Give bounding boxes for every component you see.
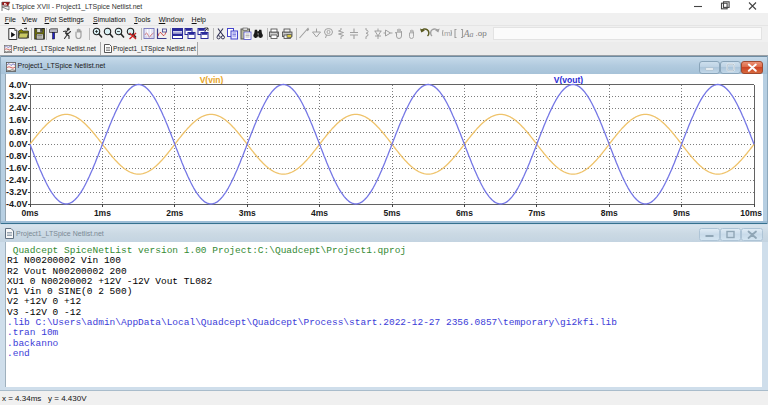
svg-text:1ms: 1ms <box>94 208 111 218</box>
svg-text:V(vin): V(vin) <box>200 75 224 85</box>
svg-text:.op: .op <box>476 29 488 38</box>
svg-text:4ms: 4ms <box>311 208 328 218</box>
svg-text:5ms: 5ms <box>383 208 400 218</box>
svg-text:a: a <box>470 30 474 39</box>
svg-text:8ms: 8ms <box>601 208 618 218</box>
svg-text:10ms: 10ms <box>740 208 762 218</box>
svg-text:-3.2V: -3.2V <box>6 187 28 197</box>
svg-text:1.6V: 1.6V <box>9 115 28 125</box>
svg-text:m: m <box>444 29 451 38</box>
svg-text:7ms: 7ms <box>528 208 545 218</box>
svg-text:0.8V: 0.8V <box>9 127 28 137</box>
svg-text:-1.6V: -1.6V <box>6 163 28 173</box>
svg-text:2.4V: 2.4V <box>9 103 28 113</box>
svg-text:6ms: 6ms <box>456 208 473 218</box>
svg-text:3.2V: 3.2V <box>9 91 28 101</box>
svg-text:2ms: 2ms <box>166 208 183 218</box>
svg-text:9ms: 9ms <box>673 208 690 218</box>
svg-text:-2.4V: -2.4V <box>6 175 28 185</box>
svg-text:V(vout): V(vout) <box>554 75 583 85</box>
svg-text:3ms: 3ms <box>239 208 256 218</box>
svg-text:-0.8V: -0.8V <box>6 151 28 161</box>
svg-text:4.0V: 4.0V <box>9 80 28 90</box>
svg-text:0.0V: 0.0V <box>9 139 28 149</box>
svg-text:0ms: 0ms <box>21 208 38 218</box>
